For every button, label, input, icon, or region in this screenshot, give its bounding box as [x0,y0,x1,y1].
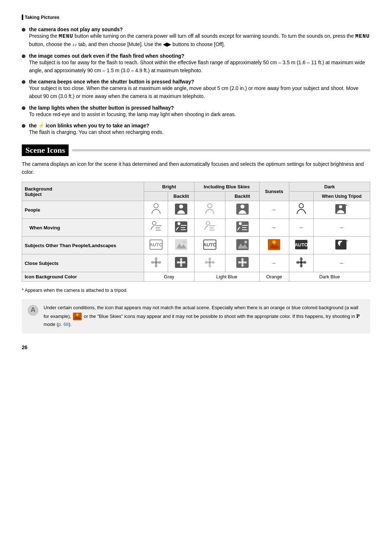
svg-point-58 [209,264,211,267]
svg-point-55 [183,261,185,263]
col-bright-label: Bright [162,184,176,189]
svg-point-57 [209,257,211,261]
col-header-dark: Dark [289,182,370,192]
icon-subjects-bright-backlit [168,237,194,254]
landscape-dark-icon [236,238,249,251]
bullet-title-5: the ⚡ icon blinks when you try to take a… [29,123,149,128]
svg-point-0 [154,204,158,208]
bullet-content-5: the ⚡ icon blinks when you try to take a… [29,123,163,136]
icon-subjects-bright: AUTO [144,237,168,254]
section-heading-line [72,149,370,151]
scene-icons-table: Background Subject Bright Including Blue… [22,182,370,282]
bullet-dot-3 [22,80,25,84]
col-dark-normal [289,192,314,201]
svg-point-76 [76,314,79,316]
icon-moving-bright [144,219,168,237]
col-blue-skies-label: Including Blue Skies [204,184,250,189]
col-background-label: Background [25,186,52,192]
bullet-dot-5 [22,124,25,128]
svg-point-5 [240,205,244,209]
note-link[interactable]: p. 68 [58,322,69,327]
landscape-orange-icon [267,238,281,251]
svg-point-32 [183,241,186,244]
icon-people-tripod: * [313,201,370,219]
svg-point-3 [208,204,212,208]
page-number: 26 [22,344,370,350]
svg-point-59 [205,261,208,264]
bullet-body-2: The subject is too far away for the flas… [29,60,365,73]
scene-icons-heading: Scene Icons [22,144,370,156]
flower-gray-icon [149,256,163,269]
person-blue-icon [203,203,217,215]
svg-point-56 [208,261,211,264]
svg-point-71 [303,261,306,264]
col-dark-tripod-label: When Using Tripod [322,194,362,199]
bullet-dot-4 [22,106,25,110]
svg-point-24 [239,222,242,225]
svg-point-8 [339,205,342,209]
note-text: Under certain conditions, the icon that … [44,304,364,328]
table-row-bgcolor: Icon Background Color Gray Light Blue Or… [22,272,370,282]
svg-text:AUTO: AUTO [203,242,217,248]
person-blue-backlit-icon [236,203,249,215]
svg-rect-14 [175,221,187,232]
svg-point-62 [241,261,244,264]
bullet-body-3: Your subject is too close. When the came… [29,85,359,99]
person-bright-backlit-icon [174,203,188,215]
bullet-dot-2 [22,54,25,58]
col-bright-backlit-label: Backlit [173,193,189,199]
bullet-title-1: the camera does not play any sounds? [29,26,123,32]
svg-point-70 [296,261,300,264]
moving-blue-backlit-icon [236,221,249,233]
svg-point-72 [28,305,38,315]
close-label: Close Subjects [25,261,58,266]
person-dark-icon [294,203,308,215]
svg-point-49 [158,261,161,264]
color-darkblue: Dark Blue [289,272,370,282]
col-bright-normal [144,192,168,201]
icon-subjects-blue-backlit [225,237,259,254]
bullet-item-2: the image comes out dark even if the fla… [22,53,370,74]
col-header-bright: Bright [144,182,194,192]
table-row-people: People [22,201,370,219]
color-orange: Orange [259,272,289,282]
icon-subjects-tripod: * [313,237,370,254]
svg-text:AUTO: AUTO [149,242,163,248]
table-row-subjects: Subjects Other Than People/Landscapes AU… [22,237,370,254]
icon-people-blue [194,201,225,219]
bullet-content-4: the lamp lights when the shutter button … [29,105,236,119]
svg-text:*: * [347,240,348,243]
svg-point-66 [244,261,247,263]
col-header-sunsets: Sunsets [259,182,289,201]
col-dark-label: Dark [324,184,335,189]
col-blue-normal [194,192,225,201]
row-label-close: Close Subjects [22,254,144,272]
icon-close-dark [289,254,314,272]
svg-point-15 [177,222,180,225]
table-header-row: Background Subject Bright Including Blue… [22,182,370,192]
icon-subjects-blue: AUTO [194,237,225,254]
asterisk-symbol: * [22,287,25,293]
flower-dark-icon [174,256,188,269]
moving-bright-backlit-icon [174,221,188,233]
header-title: Taking Pictures [25,15,60,20]
svg-point-2 [179,205,183,209]
svg-point-47 [155,264,157,267]
flower-gray2-icon [203,256,217,269]
color-lightblue: Light Blue [194,272,259,282]
icon-moving-dark: – [289,219,314,237]
bullet-body-4: To reduce red-eye and to assist in focus… [29,111,236,117]
icon-subjects-sunsets [259,237,289,254]
table-row-close: Close Subjects [22,254,370,272]
landscape-gray-icon [174,238,188,251]
moving-bright-icon [149,221,163,233]
bullet-body-5: The flash is charging. You can shoot whe… [29,129,163,135]
svg-point-51 [180,261,183,264]
bullet-content-3: the camera beeps once when the shutter b… [29,79,370,100]
icon-subjects-dark: AUTO [289,237,314,254]
note-pencil-icon [28,305,38,328]
flower-dark3-icon [294,256,308,269]
icon-close-bright [144,254,168,272]
icon-close-blue [194,254,225,272]
icon-people-sunsets: – [259,201,289,219]
